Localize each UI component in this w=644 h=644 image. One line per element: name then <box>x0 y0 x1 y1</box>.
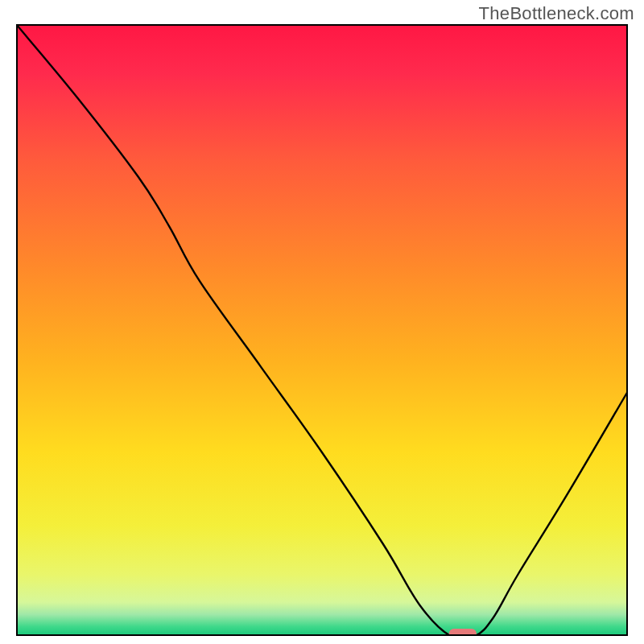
plot-frame <box>16 24 628 636</box>
chart-stage: TheBottleneck.com <box>0 0 644 644</box>
watermark-text: TheBottleneck.com <box>479 3 634 24</box>
bottleneck-plot <box>16 24 628 636</box>
